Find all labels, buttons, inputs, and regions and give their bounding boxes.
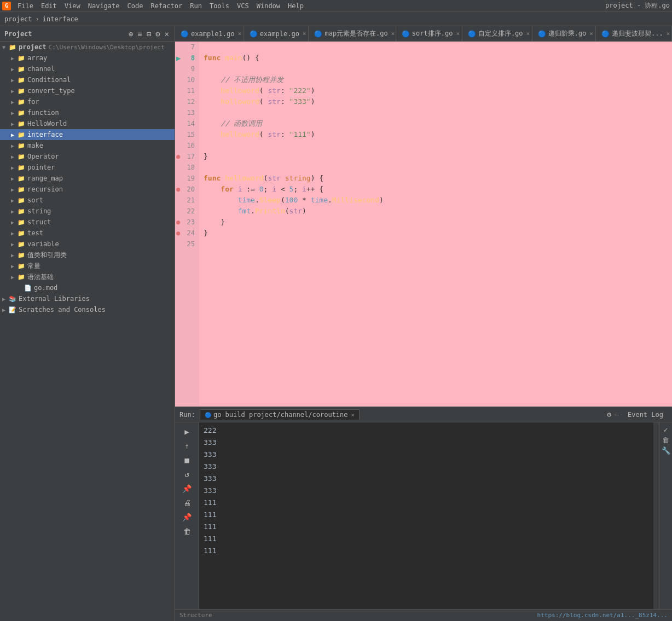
menu-navigate[interactable]: Navigate	[85, 0, 123, 11]
run-sidebar: ▶ ↑ ■ ↺ 📌 🖨 📌 🗑	[175, 422, 199, 609]
tab-custom-sort[interactable]: 🔵 自定义排序.go ×	[462, 26, 532, 41]
sidebar-item-value-ref[interactable]: ▶📁 值类和引用类	[0, 249, 175, 260]
code-line-8: func main() {	[204, 53, 668, 63]
sidebar-item-string[interactable]: ▶📁 string	[0, 206, 175, 217]
sidebar-item-scratches[interactable]: ▶ 📝 Scratches and Consoles	[0, 304, 175, 315]
run-right-check-icon[interactable]: ✓	[664, 426, 668, 434]
run-minimize-icon[interactable]: —	[615, 410, 619, 419]
sidebar-add-icon[interactable]: ⊕	[128, 30, 134, 38]
line-22: 22	[175, 206, 199, 217]
sidebar-item-struct[interactable]: ▶📁 struct	[0, 217, 175, 228]
line-18: 18	[175, 162, 199, 173]
editor[interactable]: 7 ▶8 9 10 11 12 13 14 15 16 17 18 19 20 …	[175, 42, 672, 407]
sidebar-item-recursion[interactable]: ▶📁 recursion	[0, 184, 175, 195]
code-line-15: helloword( str: "111")	[204, 129, 668, 140]
structure-tab[interactable]: Structure	[179, 612, 212, 619]
sidebar-item-helloworld[interactable]: ▶📁 HelloWorld	[0, 118, 175, 129]
run-play-btn[interactable]: ▶	[181, 426, 193, 438]
sidebar-item-syntax[interactable]: ▶📁 语法基础	[0, 271, 175, 282]
line-8: ▶8	[175, 53, 199, 63]
code-line-9	[204, 63, 668, 74]
run-print-btn[interactable]: 🖨	[181, 497, 193, 509]
menu-tools[interactable]: Tools	[206, 0, 233, 11]
tab-example1[interactable]: 🔵 example1.go ×	[175, 26, 244, 41]
run-right-wrench-icon[interactable]: 🔧	[662, 446, 670, 455]
sidebar-item-channel[interactable]: ▶📁 channel	[0, 63, 175, 74]
tab-sort[interactable]: 🔵 sort排序.go ×	[396, 26, 462, 41]
sidebar-close-icon[interactable]: ×	[164, 30, 170, 38]
menu-vcs[interactable]: VCS	[234, 0, 252, 11]
title-bar: project › interface	[0, 12, 672, 26]
main-layout: Project ⊕ ≡ ⊟ ⚙ × ▼ 📁 project C:\Users\W…	[0, 26, 672, 621]
run-up-btn[interactable]: ↑	[181, 440, 193, 452]
run-scrollbar[interactable]	[653, 422, 659, 609]
sidebar-settings-icon[interactable]: ⚙	[154, 30, 161, 38]
run-panel: Run: 🔵 go build project/channel/coroutin…	[175, 407, 672, 609]
output-line-7: 111	[204, 509, 649, 521]
run-tab[interactable]: 🔵 go build project/channel/coroutine ×	[200, 409, 360, 420]
breadcrumb-project[interactable]: project	[4, 15, 32, 23]
sidebar-expand-icon[interactable]: ≡	[136, 30, 143, 38]
sidebar-item-function[interactable]: ▶📁 function	[0, 107, 175, 118]
tab-close-example[interactable]: ×	[303, 30, 306, 37]
sidebar-item-operator[interactable]: ▶📁 Operator	[0, 151, 175, 162]
line-10: 10	[175, 74, 199, 85]
tab-close-custom-sort[interactable]: ×	[526, 30, 530, 37]
menu-refactor[interactable]: Refactor	[147, 0, 186, 11]
sidebar-item-array[interactable]: ▶📁 array	[0, 53, 175, 63]
tab-map[interactable]: 🔵 map元素是否存在.go ×	[309, 26, 396, 41]
app-icon: G	[2, 2, 11, 10]
sidebar-item-sort[interactable]: ▶📁 sort	[0, 195, 175, 206]
sidebar-item-pointer[interactable]: ▶📁 pointer	[0, 162, 175, 173]
breadcrumb-current[interactable]: interface	[43, 15, 78, 23]
tab-close-recursion[interactable]: ×	[589, 30, 593, 37]
code-content[interactable]: func main() { // 不适用协程并发 helloword( str:…	[199, 42, 672, 407]
sidebar-item-range-map[interactable]: ▶📁 range_map	[0, 173, 175, 184]
sidebar-item-constants[interactable]: ▶📁 常量	[0, 260, 175, 271]
tab-recursion[interactable]: 🔵 递归阶乘.go ×	[532, 26, 596, 41]
sidebar-item-variable[interactable]: ▶📁 variable	[0, 239, 175, 249]
menu-code[interactable]: Code	[124, 0, 147, 11]
tab-close-sort[interactable]: ×	[456, 30, 460, 37]
tab-close-fibonacci[interactable]: ×	[667, 30, 670, 37]
sidebar-item-interface[interactable]: ▶📁 interface	[0, 129, 175, 140]
sidebar-collapse-icon[interactable]: ⊟	[146, 30, 152, 38]
menu-view[interactable]: View	[61, 0, 84, 11]
run-rerun-btn[interactable]: ↺	[181, 468, 193, 480]
output-line-2: 333	[204, 449, 649, 461]
menu-help[interactable]: Help	[285, 0, 307, 11]
event-log-label[interactable]: Event Log	[623, 409, 668, 421]
run-delete-btn[interactable]: 🗑	[181, 525, 193, 537]
menu-run[interactable]: Run	[187, 0, 205, 11]
tree-root[interactable]: ▼ 📁 project C:\Users\Windows\Desktop\pro…	[0, 42, 175, 53]
output-line-10: 111	[204, 545, 649, 557]
line-25: 25	[175, 239, 199, 249]
run-output[interactable]: 222 333 333 333 333 333 111 111 111 111 …	[199, 422, 653, 609]
sidebar-item-conditional[interactable]: ▶📁 Conditional	[0, 74, 175, 85]
run-right-trash-icon[interactable]: 🗑	[662, 436, 669, 444]
sidebar-item-convert-type[interactable]: ▶📁 convert_type	[0, 85, 175, 96]
run-tab-close[interactable]: ×	[351, 411, 355, 419]
run-pin2-btn[interactable]: 📌	[181, 511, 193, 523]
line-12: 12	[175, 96, 199, 107]
sidebar-item-gomod[interactable]: ▶📄 go.mod	[0, 282, 175, 293]
line-16: 16	[175, 140, 199, 151]
menu-window[interactable]: Window	[253, 0, 283, 11]
run-stop-btn[interactable]: ■	[181, 454, 193, 466]
menu-edit[interactable]: Edit	[38, 0, 60, 11]
sidebar-item-test[interactable]: ▶📁 test	[0, 228, 175, 239]
line-13: 13	[175, 107, 199, 118]
output-line-6: 111	[204, 497, 649, 509]
tab-close-map[interactable]: ×	[391, 30, 395, 37]
tab-example[interactable]: 🔵 example.go ×	[244, 26, 309, 41]
sidebar-item-make[interactable]: ▶📁 make	[0, 140, 175, 151]
file-tree: ▼ 📁 project C:\Users\Windows\Desktop\pro…	[0, 42, 175, 621]
line-19: 19	[175, 173, 199, 184]
menu-file[interactable]: File	[14, 0, 37, 11]
run-pin-btn[interactable]: 📌	[181, 483, 193, 495]
sidebar-item-external[interactable]: ▶ 📚 External Libraries	[0, 293, 175, 304]
sidebar-item-for[interactable]: ▶📁 for	[0, 96, 175, 107]
tab-fibonacci[interactable]: 🔵 递归斐波那契... ×	[596, 26, 672, 41]
run-settings-icon[interactable]: ⚙	[607, 410, 611, 419]
tab-close-example1[interactable]: ×	[237, 30, 241, 37]
